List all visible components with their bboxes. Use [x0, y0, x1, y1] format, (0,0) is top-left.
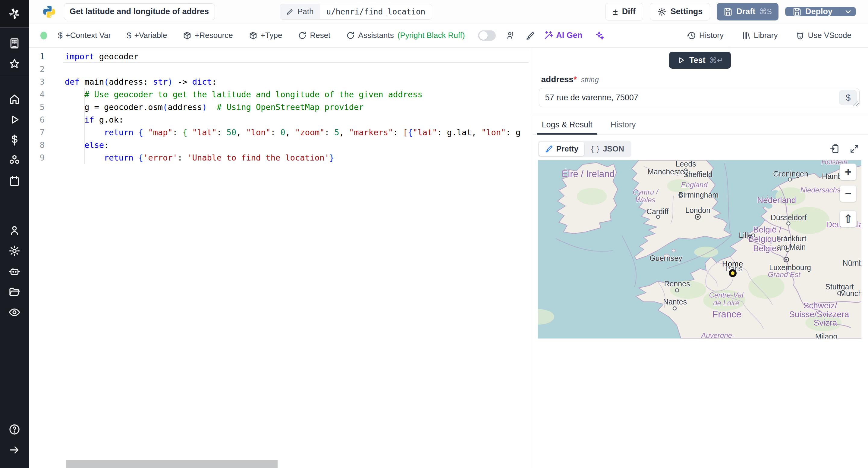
code-line[interactable]: 6 if g.ok:	[29, 113, 532, 126]
ai-gen-button[interactable]: AI Gen	[544, 31, 582, 40]
left-sidebar	[0, 0, 29, 468]
ai-sparkles-icon[interactable]	[592, 29, 607, 42]
settings-icon[interactable]	[0, 241, 29, 261]
assistants-detail[interactable]: (Pyright Black Ruff)	[398, 31, 465, 40]
schedules-icon[interactable]	[0, 171, 29, 191]
code-line[interactable]: 8 else:	[29, 138, 532, 151]
collaboration-users-icon[interactable]	[504, 29, 518, 42]
settings-button[interactable]: Settings	[650, 3, 710, 21]
code-editor[interactable]: 1import geocoder23def main(address: str)…	[29, 47, 532, 468]
history-button[interactable]: History	[687, 31, 724, 40]
line-number: 9	[29, 153, 44, 162]
dollar-label: $	[846, 93, 850, 103]
save-icon	[792, 7, 801, 16]
add-type-button[interactable]: +Type	[249, 31, 282, 40]
recenter-button[interactable]: ⇧	[840, 210, 857, 227]
path-value: u/henri/find_location	[320, 4, 432, 19]
collapse-sidebar-icon[interactable]	[0, 440, 29, 460]
json-label: JSON	[603, 144, 624, 154]
windmill-logo[interactable]	[0, 0, 29, 28]
add-context-var-button[interactable]: $ +Context Var	[58, 31, 111, 40]
library-label: Library	[754, 31, 778, 40]
view-mode-segmented: Pretty { } JSON	[538, 141, 631, 157]
refresh-icon	[298, 31, 307, 40]
deploy-button[interactable]: Deploy	[785, 7, 840, 16]
variables-icon[interactable]	[0, 130, 29, 150]
argument-label-row: address* string	[541, 75, 868, 84]
home-icon[interactable]	[0, 89, 29, 109]
workspace-icon[interactable]	[0, 33, 29, 54]
library-icon	[742, 31, 751, 40]
code-line[interactable]: 2	[29, 63, 532, 75]
dollar-icon: $	[127, 31, 131, 40]
user-icon[interactable]	[0, 220, 29, 241]
library-button[interactable]: Library	[742, 31, 778, 40]
chevron-down-icon	[844, 7, 852, 16]
test-button[interactable]: Test ⌘↵	[669, 52, 731, 69]
line-number: 8	[29, 140, 44, 150]
use-vscode-button[interactable]: Use VScode	[796, 31, 851, 40]
line-content: # Use geocoder to get the latitude and l…	[44, 90, 423, 99]
code-line[interactable]: 4 # Use geocoder to get the latitude and…	[29, 88, 532, 101]
path-button[interactable]: Path u/henri/find_location	[280, 4, 432, 20]
tab-history[interactable]: History	[606, 115, 641, 135]
resources-icon[interactable]	[0, 150, 29, 171]
code-line[interactable]: 1import geocoder	[29, 50, 532, 63]
code-line[interactable]: 5 g = geocoder.osm(address) # Using Open…	[29, 101, 532, 113]
line-number: 3	[29, 77, 44, 87]
code-line[interactable]: 7 return { "map": { "lat": 50, "lon": 0,…	[29, 126, 532, 138]
view-json-option[interactable]: { } JSON	[585, 142, 630, 156]
deploy-options-button[interactable]	[840, 7, 856, 16]
favorites-icon[interactable]	[0, 54, 29, 74]
result-section: Logs & Result History Pretty { } JSON	[532, 115, 868, 338]
code-line[interactable]: 9 return {'error': 'Unable to find the l…	[29, 151, 532, 164]
copy-result-icon[interactable]	[828, 142, 841, 156]
history-clock-icon	[687, 31, 696, 40]
line-number: 1	[29, 52, 44, 61]
zoom-out-button[interactable]: −	[840, 185, 857, 202]
folders-icon[interactable]	[0, 281, 29, 302]
zoom-in-button[interactable]: +	[840, 164, 857, 180]
add-resource-button[interactable]: +Resource	[183, 31, 233, 40]
draft-shortcut: ⌘S	[759, 7, 772, 16]
test-shortcut: ⌘↵	[710, 56, 723, 65]
braces-icon: { }	[591, 144, 600, 153]
reset-button[interactable]: Reset	[298, 31, 330, 40]
diff-button[interactable]: ± Diff	[605, 3, 643, 21]
home-marker[interactable]	[729, 269, 737, 277]
multiplayer-toggle[interactable]	[478, 30, 496, 41]
app-window: Path u/henri/find_location ± Diff Settin…	[0, 0, 868, 468]
expand-result-icon[interactable]	[847, 142, 861, 156]
tab-logs-result[interactable]: Logs & Result	[537, 115, 597, 135]
assistants-button[interactable]: Assistants	[346, 31, 394, 40]
map-land-shapes	[538, 160, 862, 338]
diff-label: Diff	[622, 7, 636, 16]
runs-icon[interactable]	[0, 109, 29, 130]
code-line[interactable]: 3def main(address: str) -> dict:	[29, 75, 532, 88]
script-title-input[interactable]	[64, 3, 215, 20]
format-brush-icon[interactable]	[524, 29, 537, 42]
address-input[interactable]: 57 rue de varenne, 75007 $	[539, 88, 860, 107]
home-marker-label: Home	[722, 259, 743, 268]
horizontal-scrollbar[interactable]	[66, 460, 278, 468]
workers-icon[interactable]	[0, 261, 29, 281]
result-map[interactable]: LeedsManchesterSheffieldEnglandCymru / W…	[538, 160, 862, 338]
line-content: g = geocoder.osm(address) # Using OpenSt…	[44, 102, 364, 112]
play-icon	[677, 56, 685, 64]
code-lines: 1import geocoder23def main(address: str)…	[29, 47, 532, 164]
variable-label: +Variable	[134, 31, 167, 40]
draft-label: Draft	[736, 7, 755, 16]
argument-name: address	[541, 75, 574, 84]
audit-logs-icon[interactable]	[0, 302, 29, 323]
dollar-icon: $	[58, 31, 63, 40]
view-pretty-option[interactable]: Pretty	[539, 142, 585, 156]
help-icon[interactable]	[0, 419, 29, 440]
line-content: def main(address: str) -> dict:	[44, 77, 217, 87]
resize-grip[interactable]	[853, 101, 859, 106]
line-number: 5	[29, 102, 44, 112]
package-icon	[183, 31, 192, 40]
line-content: if g.ok:	[44, 115, 124, 124]
assistants-label: Assistants	[358, 31, 394, 40]
draft-button[interactable]: Draft ⌘S	[717, 3, 778, 21]
add-variable-button[interactable]: $ +Variable	[127, 31, 167, 40]
